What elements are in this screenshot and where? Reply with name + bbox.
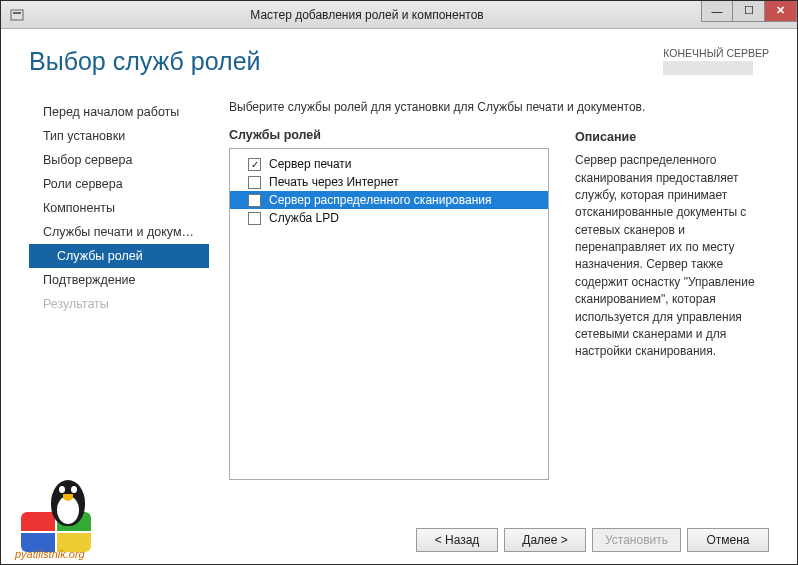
- role-print-server[interactable]: Сервер печати: [230, 155, 548, 173]
- description-panel-title: Описание: [575, 128, 769, 146]
- checkbox-icon[interactable]: [248, 176, 261, 189]
- install-button: Установить: [592, 528, 681, 552]
- wizard-footer: < Назад Далее > Установить Отмена: [416, 528, 769, 552]
- server-label: КОНЕЧНЫЙ СЕРВЕР: [663, 47, 769, 59]
- role-label: Сервер печати: [269, 157, 352, 171]
- checkbox-icon[interactable]: [248, 194, 261, 207]
- nav-install-type[interactable]: Тип установки: [29, 124, 209, 148]
- role-label: Служба LPD: [269, 211, 339, 225]
- instruction-text: Выберите службы ролей для установки для …: [229, 100, 769, 114]
- watermark-logo: pyatilistnik.org: [5, 468, 125, 560]
- role-distributed-scan[interactable]: Сервер распределенного сканирования: [230, 191, 548, 209]
- roles-panel-title: Службы ролей: [229, 128, 549, 142]
- window-controls: — ☐ ✕: [701, 1, 797, 28]
- maximize-button[interactable]: ☐: [733, 0, 765, 22]
- nav-print-services[interactable]: Службы печати и докум…: [29, 220, 209, 244]
- title-bar: Мастер добавления ролей и компонентов — …: [1, 1, 797, 29]
- back-button[interactable]: < Назад: [416, 528, 498, 552]
- watermark-text: pyatilistnik.org: [15, 548, 85, 560]
- target-server: КОНЕЧНЫЙ СЕРВЕР: [663, 47, 769, 75]
- window-title: Мастер добавления ролей и компонентов: [33, 8, 701, 22]
- nav-results: Результаты: [29, 292, 209, 316]
- nav-confirmation[interactable]: Подтверждение: [29, 268, 209, 292]
- page-title: Выбор служб ролей: [29, 47, 261, 76]
- checkbox-icon[interactable]: [248, 158, 261, 171]
- nav-features[interactable]: Компоненты: [29, 196, 209, 220]
- wizard-nav: Перед началом работы Тип установки Выбор…: [29, 100, 209, 480]
- nav-server-roles[interactable]: Роли сервера: [29, 172, 209, 196]
- app-icon: [7, 5, 27, 25]
- cancel-button[interactable]: Отмена: [687, 528, 769, 552]
- roles-listbox[interactable]: Сервер печати Печать через Интернет Серв…: [229, 148, 549, 480]
- svg-rect-1: [13, 12, 21, 14]
- nav-before-you-begin[interactable]: Перед началом работы: [29, 100, 209, 124]
- checkbox-icon[interactable]: [248, 212, 261, 225]
- role-label: Печать через Интернет: [269, 175, 399, 189]
- nav-server-selection[interactable]: Выбор сервера: [29, 148, 209, 172]
- minimize-button[interactable]: —: [701, 0, 733, 22]
- close-button[interactable]: ✕: [765, 0, 797, 22]
- svg-rect-0: [11, 10, 23, 20]
- penguin-icon: [45, 474, 91, 532]
- role-lpd-service[interactable]: Служба LPD: [230, 209, 548, 227]
- server-name: [663, 61, 753, 75]
- next-button[interactable]: Далее >: [504, 528, 586, 552]
- nav-role-services[interactable]: Службы ролей: [29, 244, 209, 268]
- role-label: Сервер распределенного сканирования: [269, 193, 491, 207]
- description-text: Сервер распределенного сканирования пред…: [575, 152, 769, 361]
- role-internet-printing[interactable]: Печать через Интернет: [230, 173, 548, 191]
